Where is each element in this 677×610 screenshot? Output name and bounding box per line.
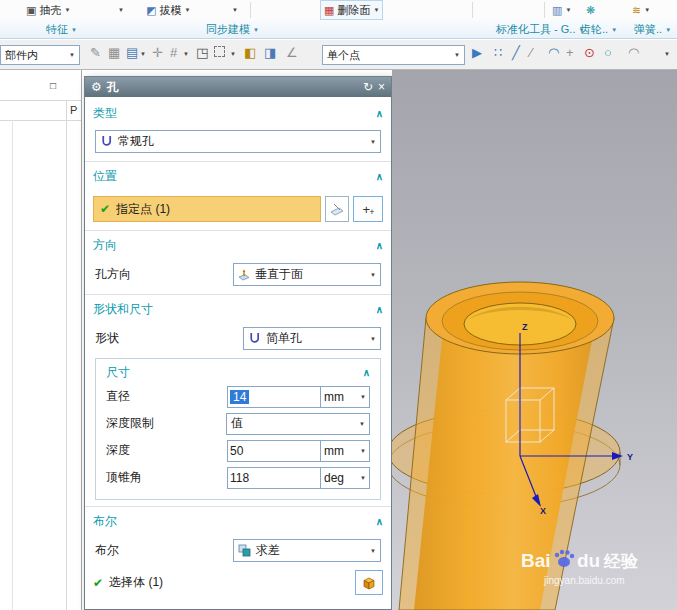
tip-angle-value: 118	[230, 471, 249, 485]
graphics-window[interactable]: Z Y X Bai du 经验 jingyan.baidu.com	[392, 70, 677, 610]
depth-unit-combo[interactable]: mm ▼	[320, 440, 370, 462]
chevron-down-icon[interactable]: ▼	[664, 51, 670, 57]
group-spring[interactable]: 弹簧.. ▼	[634, 22, 671, 37]
section-shape-header[interactable]: 形状和尺寸 ∧	[93, 297, 383, 321]
chevron-down-icon[interactable]: ▼	[230, 51, 236, 57]
dialog-titlebar[interactable]: ⚙ 孔 ↻ ×	[85, 77, 391, 97]
collapse-chevron-icon[interactable]: ∧	[376, 304, 383, 315]
check-icon: ✔	[100, 202, 110, 216]
tip-angle-input[interactable]: 118	[227, 467, 321, 489]
std-tools-command[interactable]: ▥ ▼	[552, 0, 571, 20]
close-icon[interactable]: ×	[378, 80, 385, 94]
part-navigator: □ P	[0, 70, 82, 610]
diameter-unit-combo[interactable]: mm ▼	[320, 386, 370, 408]
hash-grid-icon[interactable]: #	[170, 46, 177, 59]
shape-combo[interactable]: 简单孔 ▼	[243, 327, 381, 350]
collapse-chevron-icon[interactable]: ∧	[376, 171, 383, 182]
chevron-down-icon[interactable]: ▼	[565, 7, 571, 13]
snap-circle-icon[interactable]: ○	[604, 46, 612, 59]
chevron-down-icon[interactable]: ▼	[183, 51, 189, 57]
reset-icon[interactable]: ↻	[363, 80, 373, 94]
depth-label: 深度	[106, 442, 227, 459]
spring-command[interactable]: ≋ ▼	[632, 0, 650, 20]
sketch-section-button[interactable]	[325, 196, 349, 222]
specify-point-label: 指定点 (1)	[116, 201, 170, 218]
chevron-down-icon[interactable]: ▼	[253, 27, 259, 33]
angle-snap-icon[interactable]: ∠	[286, 46, 298, 59]
chevron-down-icon[interactable]: ▼	[71, 27, 77, 33]
navigator-column-header[interactable]: P	[70, 104, 77, 116]
chevron-down-icon[interactable]: ▼	[64, 7, 70, 13]
solid-cube-icon	[361, 575, 377, 591]
sketch-icon[interactable]: ✎	[90, 46, 101, 59]
group-feature-label: 特征	[46, 22, 68, 37]
chevron-down-icon: ▼	[454, 52, 460, 58]
select-body-label: 选择体 (1)	[109, 574, 163, 591]
chevron-down-icon[interactable]: ▼	[232, 7, 238, 13]
plus-icon: +	[363, 202, 370, 217]
pattern-icon[interactable]: ▤	[126, 46, 138, 59]
view-cube-icon[interactable]: ◳	[196, 46, 208, 59]
scope-combo[interactable]: 部件内 ▼	[0, 45, 80, 65]
shaded-body-icon[interactable]: ◨	[264, 46, 276, 59]
chevron-down-icon[interactable]: ▼	[611, 27, 617, 33]
diameter-input[interactable]: 14	[227, 386, 321, 408]
snap-center-icon[interactable]: ⊙	[584, 46, 595, 59]
depth-unit: mm	[324, 444, 344, 458]
group-gear-label: 齿轮..	[580, 22, 608, 37]
delete-face-command[interactable]: ▦ 删除面 ▼	[320, 0, 383, 20]
draft-command[interactable]: ◩ 拔模 ▼	[146, 0, 190, 20]
snap-intersection-icon[interactable]: +	[566, 46, 574, 59]
chevron-down-icon[interactable]: ▼	[184, 7, 190, 13]
dimensions-header[interactable]: 尺寸 ∧	[106, 361, 370, 383]
apply-arrow-icon[interactable]: ▶	[472, 46, 482, 59]
hole-direction-row: 孔方向 垂直于面 ▼	[95, 263, 381, 286]
shape-header-label: 形状和尺寸	[93, 301, 153, 318]
depth-input[interactable]: 50	[227, 440, 321, 462]
snap-arc-icon[interactable]: ◠	[548, 46, 559, 59]
shell-command[interactable]: ▣ 抽壳 ▼	[26, 0, 70, 20]
diameter-unit: mm	[324, 390, 344, 404]
group-gear[interactable]: 齿轮.. ▼	[580, 22, 617, 37]
specify-point-field[interactable]: ✔ 指定点 (1)	[93, 196, 321, 222]
section-position-header[interactable]: 位置 ∧	[93, 164, 383, 188]
point-dialog-button[interactable]: ++	[353, 196, 383, 222]
chevron-down-icon[interactable]: ▼	[665, 27, 671, 33]
snap-endpoint-icon[interactable]: ╱	[512, 46, 520, 59]
section-direction-header[interactable]: 方向 ∧	[93, 233, 383, 257]
collapse-chevron-icon[interactable]: ∧	[363, 367, 370, 378]
collapse-chevron-icon[interactable]: ∧	[376, 108, 383, 119]
chevron-down-icon[interactable]: ▼	[118, 7, 124, 13]
point-method-combo[interactable]: 单个点 ▼	[322, 45, 465, 65]
hole-type-combo[interactable]: 常规孔 ▼	[95, 130, 381, 153]
chevron-down-icon: ▼	[359, 421, 365, 427]
group-feature[interactable]: 特征 ▼	[46, 22, 77, 37]
chevron-down-icon[interactable]: ▼	[373, 7, 379, 13]
group-std-tools[interactable]: 标准化工具 - G.. ▼	[496, 22, 584, 37]
snap-midpoint-icon[interactable]: ∕	[530, 46, 532, 59]
select-body-button[interactable]	[355, 570, 383, 595]
tip-angle-unit-combo[interactable]: deg ▼	[320, 467, 370, 489]
section-type-header[interactable]: 类型 ∧	[93, 101, 383, 125]
marquee-select-icon[interactable]	[214, 46, 225, 59]
depth-limit-combo[interactable]: 值 ▼	[226, 413, 370, 435]
boolean-combo[interactable]: 求差 ▼	[233, 539, 381, 562]
diameter-value: 14	[230, 390, 249, 404]
snap-two-points-icon[interactable]: ∷	[494, 46, 502, 59]
hole-direction-combo[interactable]: 垂直于面 ▼	[233, 263, 381, 286]
solid-body-icon[interactable]: ◧	[244, 46, 256, 59]
datum-grid-icon[interactable]: ▦	[108, 46, 120, 59]
dialog-body: 类型 ∧ 常规孔 ▼ 位置 ∧ ✔ 指定点 (1)	[85, 97, 391, 609]
chevron-down-icon[interactable]: ▼	[140, 51, 146, 57]
snap-quadrant-icon[interactable]: ◠	[628, 46, 639, 59]
group-sync-modeling[interactable]: 同步建模 ▼	[206, 22, 259, 37]
collapse-chevron-icon[interactable]: ∧	[376, 240, 383, 251]
collapse-chevron-icon[interactable]: ∧	[376, 516, 383, 527]
axis-icon[interactable]: ✛	[152, 46, 163, 59]
window-restore-icon[interactable]: □	[50, 80, 56, 91]
gear-command[interactable]: ❋	[586, 0, 595, 20]
document-icon: ▥	[552, 5, 562, 16]
divider	[0, 100, 81, 101]
section-boolean-header[interactable]: 布尔 ∧	[93, 509, 383, 533]
chevron-down-icon[interactable]: ▼	[644, 7, 650, 13]
